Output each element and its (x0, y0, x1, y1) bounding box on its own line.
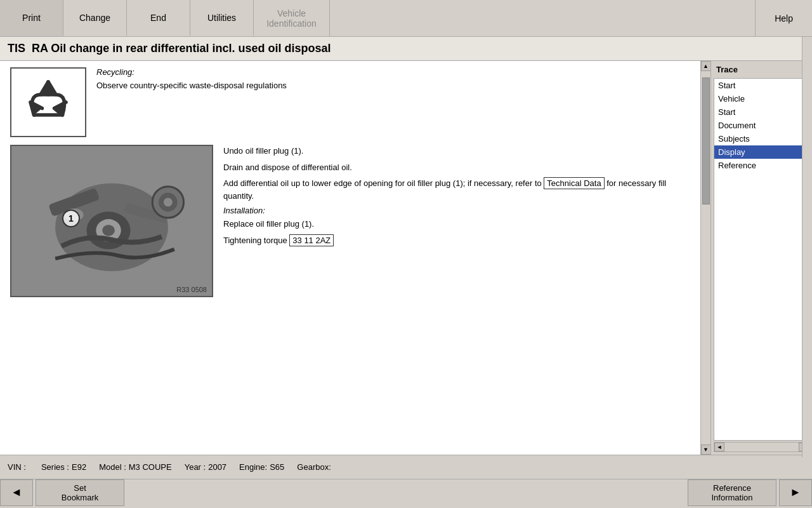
model-field: Model : M3 COUPE (99, 462, 172, 472)
content-panel: Recycling: Observe country-specific wast… (0, 61, 700, 455)
series-label: Series : (41, 462, 69, 472)
photo-svg (11, 145, 212, 297)
model-label: Model : (99, 462, 126, 472)
svg-point-11 (164, 197, 173, 206)
bottom-bar: ◄ Set Bookmark Reference Information ► (0, 479, 812, 505)
set-bookmark-button[interactable]: Set Bookmark (36, 479, 124, 506)
engine-field: Engine: S65 (239, 462, 284, 472)
page-title: RA Oil change in rear differential incl.… (32, 42, 331, 55)
installation-label: Installation: (223, 206, 690, 215)
trace-item-subjects[interactable]: Subjects (714, 132, 809, 145)
instructions-text-area: Undo oil filler plug (1). Drain and disp… (223, 145, 690, 250)
trace-scroll-right[interactable]: ► (799, 443, 809, 451)
instruction2-text: Drain and dispose of differential oil. (223, 161, 690, 174)
end-button[interactable]: End (127, 0, 190, 36)
model-value: M3 COUPE (129, 462, 172, 472)
set-bookmark-line2: Bookmark (62, 493, 99, 502)
ref-info-line2: Information (711, 493, 752, 502)
help-button[interactable]: Help (755, 0, 812, 36)
scroll-thumb (702, 77, 710, 204)
gearbox-field: Gearbox: (297, 462, 331, 472)
toolbar-spacer (330, 0, 755, 36)
set-bookmark-line1: Set (74, 483, 86, 493)
instruction3-prefix: Add differential oil up to lower edge of… (223, 178, 544, 188)
recycle-icon (23, 77, 74, 128)
vin-label: VIN : (8, 462, 26, 472)
photo-number-badge: 1 (62, 210, 80, 227)
instruction1-text: Undo oil filler plug (1). (223, 145, 690, 157)
gearbox-label: Gearbox: (297, 462, 331, 472)
recycling-text: Observe country-specific waste-disposal … (96, 79, 287, 92)
change-button[interactable]: Change (63, 0, 127, 36)
series-field: Series : E92 (41, 462, 86, 472)
photo-code-label: R33 0508 (176, 286, 207, 293)
trace-panel: Trace Start Vehicle Start Document Subje… (710, 61, 812, 455)
engine-value: S65 (270, 462, 284, 472)
scroll-track[interactable] (702, 71, 710, 444)
trace-list: Start Vehicle Start Document Subjects Di… (714, 78, 809, 441)
tightening-text: Tightening torque 33 11 2AZ (223, 234, 690, 247)
forward-button[interactable]: ► (779, 479, 812, 506)
content-scrollbar[interactable]: ▲ ▼ (700, 61, 710, 455)
status-bar: VIN : Series : E92 Model : M3 COUPE Year… (0, 455, 812, 479)
trace-scroll-left[interactable]: ◄ (714, 443, 724, 451)
trace-item-start1[interactable]: Start (714, 79, 809, 92)
recycle-icon-box (10, 67, 86, 137)
toolbar: Print Change End Utilities Vehicle Ident… (0, 0, 812, 37)
technical-data-link[interactable]: Technical Data (544, 177, 604, 189)
scroll-up-arrow[interactable]: ▲ (701, 61, 711, 71)
recycling-section: Recycling: Observe country-specific wast… (10, 67, 690, 137)
trace-header: Trace (711, 61, 812, 78)
tightening-prefix: Tightening torque (223, 236, 289, 245)
year-field: Year : 2007 (185, 462, 226, 472)
reference-info-button[interactable]: Reference Information (688, 479, 776, 506)
scroll-down-arrow[interactable]: ▼ (701, 444, 711, 455)
instructions-section: 1 R33 0508 Undo oil filler plug (1). Dra… (10, 145, 690, 297)
year-label: Year : (185, 462, 206, 472)
trace-item-document[interactable]: Document (714, 119, 809, 132)
main-area: Recycling: Observe country-specific wast… (0, 61, 812, 455)
vin-field: VIN : (8, 462, 29, 472)
trace-hscroll-track (724, 443, 799, 451)
back-button[interactable]: ◄ (0, 479, 33, 506)
series-value: E92 (72, 462, 86, 472)
trace-item-display[interactable]: Display (714, 145, 809, 159)
recycling-text-area: Recycling: Observe country-specific wast… (96, 67, 287, 96)
utilities-button[interactable]: Utilities (190, 0, 254, 36)
engine-label: Engine: (239, 462, 267, 472)
print-button[interactable]: Print (0, 0, 63, 36)
title-bar: TIS RA Oil change in rear differential i… (0, 37, 812, 61)
trace-item-reference[interactable]: Reference (714, 159, 809, 172)
vehicle-id-button[interactable]: Vehicle Identification (254, 0, 330, 36)
differential-photo: 1 R33 0508 (10, 145, 213, 297)
ref-info-line1: Reference (713, 483, 751, 493)
svg-point-6 (102, 225, 115, 236)
trace-item-start2[interactable]: Start (714, 105, 809, 119)
installation1-text: Replace oil filler plug (1). (223, 218, 690, 231)
tis-label: TIS (8, 42, 25, 55)
year-value: 2007 (208, 462, 226, 472)
recycling-label: Recycling: (96, 67, 287, 77)
tightening-link[interactable]: 33 11 2AZ (289, 234, 334, 246)
trace-item-vehicle[interactable]: Vehicle (714, 92, 809, 105)
instruction3-text: Add differential oil up to lower edge of… (223, 177, 690, 202)
trace-horizontal-scrollbar[interactable]: ◄ ► (714, 442, 809, 452)
